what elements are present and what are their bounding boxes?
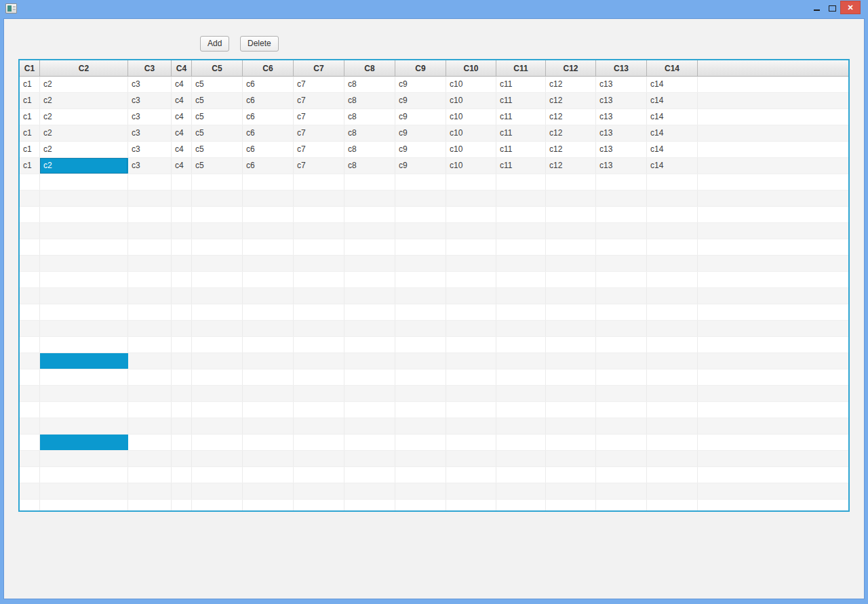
table-cell[interactable] <box>647 467 698 483</box>
table-cell[interactable] <box>395 174 446 190</box>
table-cell[interactable]: c1 <box>20 142 40 157</box>
table-cell[interactable] <box>40 500 128 512</box>
table-cell[interactable] <box>496 500 546 512</box>
table-cell[interactable] <box>546 288 596 304</box>
table-cell[interactable]: c7 <box>294 142 344 157</box>
table-cell[interactable] <box>647 435 698 450</box>
table-cell[interactable] <box>344 256 395 271</box>
table-cell[interactable] <box>446 223 496 239</box>
table-cell[interactable] <box>596 369 647 385</box>
table-cell[interactable] <box>596 304 647 320</box>
table-cell[interactable] <box>446 386 496 401</box>
table-cell[interactable] <box>243 304 294 320</box>
table-cell[interactable] <box>496 402 546 418</box>
table-cell[interactable] <box>496 418 546 434</box>
table-cell[interactable] <box>546 272 596 287</box>
table-cell[interactable] <box>172 369 192 385</box>
table-cell[interactable] <box>294 223 344 239</box>
table-cell[interactable]: c10 <box>446 142 496 157</box>
table-cell[interactable] <box>20 239 40 255</box>
table-cell[interactable] <box>40 386 128 401</box>
column-header-c4[interactable]: C4 <box>172 60 192 76</box>
table-cell[interactable] <box>40 223 128 239</box>
table-cell[interactable] <box>344 272 395 287</box>
table-cell[interactable] <box>243 223 294 239</box>
table-cell[interactable] <box>243 256 294 271</box>
table-cell[interactable] <box>40 402 128 418</box>
table-cell[interactable] <box>596 272 647 287</box>
table-cell[interactable] <box>446 239 496 255</box>
table-cell[interactable] <box>243 369 294 385</box>
table-cell[interactable] <box>294 435 344 450</box>
table-cell[interactable] <box>546 483 596 499</box>
table-cell[interactable] <box>647 386 698 401</box>
table-cell[interactable]: c9 <box>395 125 446 141</box>
table-cell[interactable] <box>20 435 40 450</box>
table-cell[interactable] <box>344 402 395 418</box>
table-cell[interactable] <box>344 369 395 385</box>
table-cell[interactable] <box>40 174 128 190</box>
table-cell[interactable] <box>294 207 344 222</box>
table-cell[interactable] <box>294 483 344 499</box>
table-cell[interactable] <box>243 337 294 353</box>
table-cell[interactable] <box>395 272 446 287</box>
table-cell[interactable] <box>446 483 496 499</box>
table-cell[interactable] <box>294 418 344 434</box>
table-cell[interactable]: c7 <box>294 158 344 174</box>
table-cell[interactable] <box>192 435 243 450</box>
table-cell[interactable]: c9 <box>395 109 446 125</box>
table-cell[interactable] <box>446 304 496 320</box>
table-cell[interactable]: c12 <box>546 93 596 108</box>
table-cell[interactable] <box>243 483 294 499</box>
table-cell[interactable] <box>395 207 446 222</box>
table-cell[interactable] <box>446 435 496 450</box>
table-cell[interactable] <box>192 304 243 320</box>
table-cell[interactable]: c10 <box>446 109 496 125</box>
table-cell[interactable] <box>446 256 496 271</box>
table-cell[interactable] <box>344 500 395 512</box>
table-cell[interactable]: c4 <box>172 125 192 141</box>
table-cell[interactable] <box>496 386 546 401</box>
table-cell[interactable]: c12 <box>546 109 596 125</box>
table-cell[interactable] <box>596 435 647 450</box>
table-cell[interactable]: c1 <box>20 109 40 125</box>
table-cell[interactable]: c10 <box>446 125 496 141</box>
table-cell[interactable] <box>243 272 294 287</box>
table-cell[interactable] <box>294 239 344 255</box>
table-cell[interactable]: c3 <box>128 142 172 157</box>
table-cell[interactable]: c6 <box>243 93 294 108</box>
table-cell[interactable] <box>20 467 40 483</box>
table-cell[interactable] <box>596 451 647 466</box>
table-cell[interactable] <box>496 288 546 304</box>
table-cell[interactable] <box>20 402 40 418</box>
table-cell[interactable] <box>496 467 546 483</box>
table-cell[interactable] <box>496 223 546 239</box>
table-cell[interactable]: c11 <box>496 77 546 92</box>
table-cell[interactable] <box>243 418 294 434</box>
table-cell[interactable] <box>395 500 446 512</box>
column-header-c10[interactable]: C10 <box>446 60 496 76</box>
table-cell[interactable] <box>546 435 596 450</box>
table-cell[interactable] <box>128 483 172 499</box>
table-cell[interactable] <box>243 451 294 466</box>
table-cell[interactable] <box>40 467 128 483</box>
table-cell[interactable] <box>192 321 243 336</box>
table-cell[interactable] <box>496 190 546 206</box>
table-cell[interactable] <box>395 223 446 239</box>
table-cell[interactable] <box>395 386 446 401</box>
table-cell[interactable] <box>395 467 446 483</box>
table-cell[interactable] <box>647 239 698 255</box>
table-cell[interactable] <box>496 435 546 450</box>
table-cell[interactable]: c11 <box>496 109 546 125</box>
table-cell[interactable]: c13 <box>596 93 647 108</box>
table-cell[interactable] <box>446 369 496 385</box>
table-cell[interactable] <box>546 190 596 206</box>
table-cell[interactable]: c2 <box>40 93 128 108</box>
table-cell[interactable]: c14 <box>647 125 698 141</box>
table-cell[interactable] <box>40 451 128 466</box>
table-cell[interactable] <box>344 239 395 255</box>
table-cell[interactable]: c6 <box>243 142 294 157</box>
table-cell[interactable] <box>546 223 596 239</box>
table-cell[interactable] <box>596 418 647 434</box>
table-cell[interactable]: c13 <box>596 109 647 125</box>
